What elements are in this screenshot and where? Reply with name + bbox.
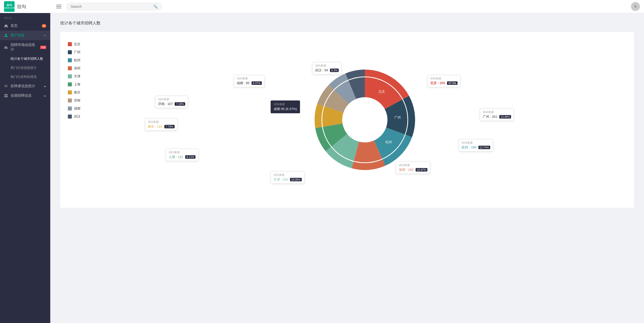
user-icon [4,33,8,37]
sidebar-item-applicant-stats[interactable]: 应聘者信息统计 ▶ [0,81,50,91]
pct-badge: 7.18% [175,102,185,106]
legend-label: 南京 [74,90,80,95]
user-info-arrow-icon: ▼ [44,34,46,37]
svg-rect-5 [6,85,6,86]
svg-rect-6 [7,85,7,86]
tooltip-value: 北京 : 255 17.1% [430,81,457,85]
legend-label: 天津 [74,74,80,79]
app-title: 拉勾 [17,4,26,10]
sidebar-subitem-industry-stats[interactable]: 热门行业信息统计 [0,63,50,72]
all-jobs-arrow-icon: ▶ [44,94,46,97]
hot-badge: Hot [40,46,46,49]
legend-color-box [68,98,72,102]
legend-label: 广州 [74,50,80,55]
chart-legend: 北京广州杭州深圳天津上海南京济南成都武汉 [68,39,93,200]
search-bar[interactable]: 🔍 [66,3,162,10]
menu-toggle-button[interactable] [56,5,61,8]
svg-rect-4 [5,85,5,86]
legend-label: 北京 [74,42,80,46]
tooltip-header: 访问来源 [430,77,457,80]
legend-item: 天津 [68,74,93,79]
svg-rect-12 [5,96,6,97]
sidebar: MAIN 首页 8 用户信息 ▼ [0,13,50,323]
tooltip-上海: 访问来源 上海 : 121 8.12% [166,149,198,161]
tooltip-value: 深圳 : 162 10.87% [399,168,427,172]
sidebar-item-applicant-label: 应聘者信息统计 [11,84,35,88]
legend-item: 北京 [68,42,93,46]
inner-label-杭州: 杭州 [385,140,392,144]
pct-badge: 10.87% [416,168,427,172]
svg-point-0 [5,34,7,35]
tooltip-天津: 访问来源 天津 : 150 10.06% [271,171,305,184]
search-input[interactable] [71,5,151,9]
sidebar-item-home[interactable]: 首页 8 [0,21,50,31]
legend-label: 深圳 [74,66,80,71]
legend-item: 武汉 [68,114,93,119]
pct-badge: 8.12% [185,155,195,159]
inner-label-北京: 北京 [378,90,385,93]
inner-label-广州: 广州 [394,116,401,119]
center-tooltip-header: 访问来源 [274,102,297,106]
donut-svg: 北京广州杭州 [312,67,418,173]
main-content: 统计各个城市招聘人数 北京广州杭州深圳天津上海南京济南成都武汉 北京广州杭州 访… [50,13,644,323]
tooltip-value: 杭州 : 190 12.74% [462,145,490,150]
legend-item: 成都 [68,106,93,111]
tooltip-value: 广州 : 201 13.48% [483,115,511,119]
grid-icon [4,94,8,98]
legend-item: 上海 [68,82,93,87]
layout: MAIN 首页 8 用户信息 ▼ [0,13,644,323]
pct-badge: 7.78% [164,125,175,128]
sidebar-subitem-industry-compare[interactable]: 热门行业对比情况 [0,72,50,81]
topbar-right: 头 [631,2,640,11]
avatar[interactable]: 头 [631,2,640,11]
sidebar-item-home-label: 首页 [11,24,18,28]
tooltip-value: 武汉 : 94 6.3% [315,68,339,73]
chart-icon [4,45,8,49]
tooltip-value: 成都 : 95 6.37% [237,81,262,85]
legend-color-box [68,82,72,86]
tooltip-广州: 访问来源 广州 : 201 13.48% [480,109,514,121]
svg-rect-1 [5,47,5,49]
pct-badge: 10.06% [290,178,302,181]
sidebar-item-all-jobs[interactable]: 全国招聘信息 ▶ [0,91,50,100]
pct-badge: 17.1% [447,81,457,85]
tooltip-value: 天津 : 150 10.06% [273,177,302,182]
svg-rect-13 [6,96,8,97]
tooltip-header: 访问来源 [148,120,175,124]
tooltip-济南: 访问来源 济南 : 107 7.18% [155,96,188,108]
sidebar-subitem-city-stats[interactable]: 统计各个城市招聘人数 [0,54,50,63]
svg-rect-9 [7,86,7,87]
sidebar-item-all-jobs-label: 全国招聘信息 [11,93,32,98]
sidebar-section-main: MAIN [0,13,50,21]
pct-badge: 12.74% [478,146,490,149]
applicant-stats-arrow-icon: ▶ [44,85,46,88]
donut-center-circle [343,98,387,142]
pct-badge: 13.48% [499,115,511,119]
people-icon [4,84,8,88]
home-icon [4,24,8,28]
legend-item: 深圳 [68,66,93,71]
tooltip-南京: 访问来源 南京 : 116 7.78% [145,118,177,131]
legend-color-box [68,50,72,54]
svg-rect-11 [6,94,8,95]
center-tooltip: 访问来源 成都 95 (6.37%) [271,100,300,113]
legend-label: 成都 [74,106,80,111]
legend-item: 杭州 [68,58,93,63]
page-title: 统计各个城市招聘人数 [60,21,634,26]
tooltip-header: 访问来源 [273,173,302,177]
sidebar-item-job-stats-label: 招聘市场信息统计 [11,43,37,52]
svg-rect-10 [5,94,6,95]
sidebar-item-user-info[interactable]: 用户信息 ▼ [0,31,50,40]
svg-rect-3 [7,47,8,49]
sidebar-item-job-stats[interactable]: 招聘市场信息统计 Hot [0,40,50,54]
legend-item: 广州 [68,50,93,55]
tooltip-header: 访问来源 [169,150,195,154]
tooltip-header: 访问来源 [462,141,490,145]
logo-area: 拉勾 LAGOU.COM 拉勾 [4,1,54,12]
tooltip-header: 访问来源 [237,77,262,80]
home-badge: 8 [42,24,46,28]
chart-container: 北京广州杭州深圳天津上海南京济南成都武汉 北京广州杭州 访问来源 北京 : 25… [60,32,634,208]
tooltip-成都: 访问来源 成都 : 95 6.37% [234,75,265,87]
legend-item: 南京 [68,90,93,95]
pct-badge: 6.3% [330,69,339,72]
